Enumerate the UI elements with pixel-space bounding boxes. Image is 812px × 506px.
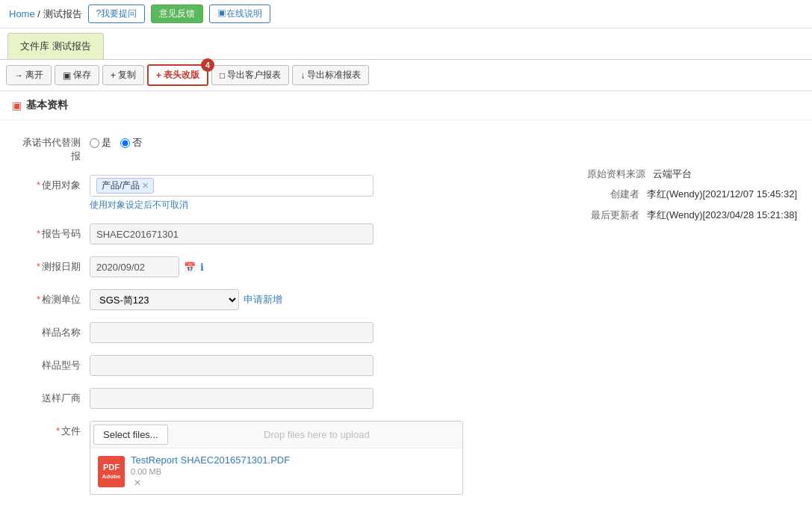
tab-bar: 文件库 测试报告: [0, 28, 812, 60]
proxy-report-yes-label[interactable]: 是: [90, 136, 111, 149]
proxy-report-no-radio[interactable]: [120, 138, 130, 148]
form-area: 原始资料来源 云端平台 创建者 李红(Wendy)[2021/12/07 15:…: [0, 120, 812, 506]
proxy-report-control: 是 否: [90, 132, 374, 149]
detection-unit-control: SGS-简123 申请新增: [90, 289, 374, 310]
sample-name-control[interactable]: [90, 322, 374, 343]
sample-model-row: 样品型号: [15, 355, 797, 376]
export-customer-button[interactable]: □ 导出客户报表: [211, 65, 289, 85]
breadcrumb-separator: /: [37, 8, 43, 19]
file-info: TestReport SHAEC2016571301.PDF 0.00 MB ✕: [131, 454, 290, 488]
sample-vendor-control[interactable]: [90, 388, 374, 409]
section-header: ▣ 基本资料: [0, 91, 812, 120]
save-icon: ▣: [63, 70, 71, 81]
arrow-right-icon: →: [14, 70, 23, 81]
test-date-control: 📅 ℹ: [90, 256, 374, 277]
export-standard-button[interactable]: ↓ 导出标准报表: [292, 65, 369, 85]
report-number-row: 报告号码: [15, 223, 797, 244]
meta-source-label: 原始资料来源: [587, 165, 645, 182]
sample-name-row: 样品名称: [15, 322, 797, 343]
proxy-report-no-label[interactable]: 否: [120, 136, 142, 149]
breadcrumb-current: 测试报告: [43, 8, 82, 19]
file-upload-control: Select files... Drop files here to uploa…: [90, 421, 478, 495]
report-number-control[interactable]: [90, 223, 374, 244]
breadcrumb-home[interactable]: Home: [9, 8, 35, 19]
meta-info-panel: 原始资料来源 云端平台 创建者 李红(Wendy)[2021/12/07 15:…: [587, 165, 797, 223]
test-date-row: 测报日期 📅 ℹ: [15, 256, 797, 277]
sample-vendor-label: 送样厂商: [15, 388, 90, 405]
calendar-icon[interactable]: 📅: [184, 262, 196, 273]
sample-model-label: 样品型号: [15, 355, 90, 372]
toolbar: → 离开 ▣ 保存 + 复制 + 表头改版 4 □ 导出客户报表 ↓ 导出标准报…: [0, 60, 812, 91]
drop-hint: Drop files here to upload: [171, 425, 462, 445]
test-date-input[interactable]: [90, 256, 179, 277]
export-customer-icon: □: [220, 70, 225, 81]
proxy-report-label: 承诺书代替测报: [15, 132, 90, 163]
meta-creator-label: 创建者: [587, 185, 639, 203]
usage-target-control: 产品/产品 ✕ 使用对象设定后不可取消: [90, 175, 374, 212]
info-icon[interactable]: ℹ: [200, 262, 204, 273]
badge-count: 4: [201, 58, 214, 72]
help-button[interactable]: ?我要提问: [88, 4, 146, 23]
meta-updater-value: 李红(Wendy)[2023/04/28 15:21:38]: [647, 206, 797, 223]
usage-target-tag-input[interactable]: 产品/产品 ✕: [90, 175, 374, 197]
breadcrumb: Home / 测试报告: [9, 7, 82, 21]
manual-button[interactable]: ▣在线说明: [209, 4, 270, 23]
sample-name-input[interactable]: [90, 322, 374, 343]
proxy-report-row: 承诺书代替测报 是 否: [15, 132, 797, 163]
sample-vendor-row: 送样厂商: [15, 388, 797, 409]
copy-icon: +: [111, 70, 116, 81]
select-files-button[interactable]: Select files...: [93, 425, 168, 445]
remove-file-button[interactable]: ✕: [134, 478, 290, 488]
header-edit-button[interactable]: + 表头改版 4: [147, 64, 208, 86]
leave-button[interactable]: → 离开: [6, 65, 52, 85]
feedback-button[interactable]: 意见反馈: [151, 4, 203, 23]
usage-target-tag-remove[interactable]: ✕: [142, 181, 149, 191]
detection-unit-select[interactable]: SGS-简123: [90, 289, 239, 310]
main-content: ▣ 基本资料 原始资料来源 云端平台 创建者 李红(Wendy)[2021/12…: [0, 91, 812, 506]
apply-new-link[interactable]: 申请新增: [244, 293, 282, 306]
file-size: 0.00 MB: [131, 467, 290, 476]
meta-creator-value: 李红(Wendy)[2021/12/07 15:45:32]: [647, 185, 797, 203]
sample-vendor-input[interactable]: [90, 388, 374, 409]
sample-model-input[interactable]: [90, 355, 374, 376]
file-upload-row: 文件 Select files... Drop files here to up…: [15, 421, 797, 495]
plus-icon: +: [156, 70, 161, 81]
file-item: PDF Adobe TestReport SHAEC2016571301.PDF…: [90, 448, 462, 494]
test-date-label: 测报日期: [15, 256, 90, 274]
usage-target-tag: 产品/产品 ✕: [96, 178, 154, 194]
export-standard-icon: ↓: [300, 70, 305, 81]
top-nav: Home / 测试报告 ?我要提问 意见反馈 ▣在线说明: [0, 0, 812, 28]
copy-button[interactable]: + 复制: [102, 65, 144, 85]
tab-file-report[interactable]: 文件库 测试报告: [7, 33, 104, 59]
proxy-report-yes-radio[interactable]: [90, 138, 99, 148]
meta-updater-label: 最后更新者: [587, 206, 639, 223]
usage-target-hint: 使用对象设定后不可取消: [90, 199, 374, 212]
report-number-input[interactable]: [90, 223, 374, 244]
report-number-label: 报告号码: [15, 223, 90, 241]
meta-source-value: 云端平台: [653, 165, 692, 182]
save-button[interactable]: ▣ 保存: [55, 65, 99, 85]
usage-target-label: 使用对象: [15, 175, 90, 192]
file-upload-btn-row: Select files... Drop files here to uploa…: [90, 422, 462, 448]
file-label: 文件: [15, 421, 90, 438]
pdf-icon: PDF Adobe: [98, 456, 125, 487]
section-title: 基本资料: [26, 99, 68, 112]
file-upload-area: Select files... Drop files here to uploa…: [90, 421, 463, 495]
section-icon: ▣: [12, 99, 22, 111]
sample-model-control[interactable]: [90, 355, 374, 376]
detection-unit-label: 检测单位: [15, 289, 90, 306]
detection-unit-row: 检测单位 SGS-简123 申请新增: [15, 289, 797, 310]
file-name[interactable]: TestReport SHAEC2016571301.PDF: [131, 454, 290, 466]
sample-name-label: 样品名称: [15, 322, 90, 339]
